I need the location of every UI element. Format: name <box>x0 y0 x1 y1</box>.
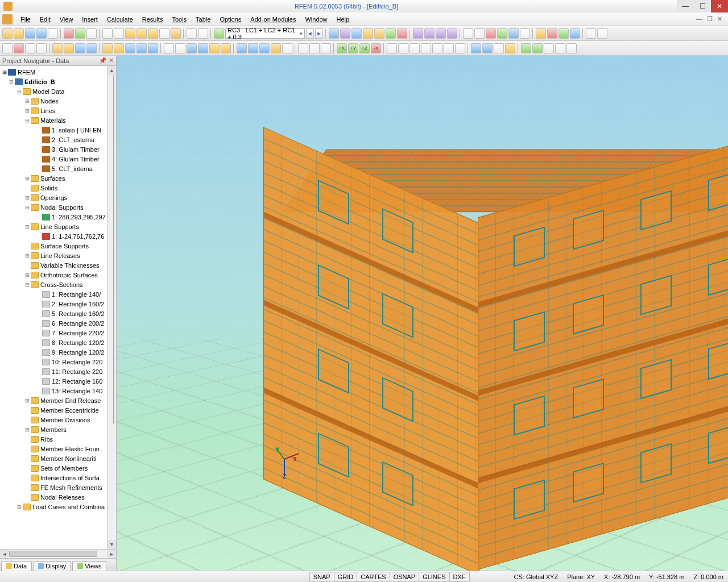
results-button[interactable] <box>329 28 339 39</box>
tree-cross-sections[interactable]: Cross-Sections <box>40 281 83 288</box>
extend-button[interactable] <box>187 43 197 53</box>
tree-cs-13[interactable]: 13: Rectangle 140 <box>52 388 102 394</box>
node-tool-button[interactable] <box>508 28 519 39</box>
tree-mat-2[interactable]: 2: CLT_esterna <box>52 136 94 143</box>
select-button[interactable] <box>2 43 13 53</box>
tree-cs-12[interactable]: 12: Rectangle 160 <box>52 378 102 385</box>
layer4-button[interactable] <box>421 43 431 53</box>
zoom-window-button[interactable] <box>148 28 158 39</box>
wire-button[interactable] <box>374 28 384 39</box>
neg-x-button[interactable]: -X <box>371 43 381 53</box>
tab-data[interactable]: Data <box>1 561 32 571</box>
disp2-button[interactable] <box>444 43 454 53</box>
redo-button[interactable] <box>75 28 85 39</box>
line-tool-button[interactable] <box>463 28 473 39</box>
num-y-button[interactable]: +Y <box>348 43 358 53</box>
fit-button[interactable] <box>298 43 308 53</box>
status-dxf[interactable]: DXF <box>449 572 470 582</box>
tree-model-data[interactable]: Model Data <box>32 88 64 95</box>
node-button[interactable] <box>14 43 24 53</box>
tree-cs-10[interactable]: 10: Rectangle 220 <box>52 359 102 365</box>
tree-var-thick[interactable]: Variable Thicknesses <box>40 262 100 269</box>
axo-button[interactable] <box>351 28 362 39</box>
undo-button[interactable] <box>64 28 74 39</box>
tree-cs-2[interactable]: 2: Rectangle 160/2 <box>52 301 104 307</box>
tree-members[interactable]: Members <box>40 426 67 433</box>
menu-results[interactable]: Results <box>138 14 168 24</box>
dim-tool-button[interactable] <box>520 28 530 39</box>
tree-lines[interactable]: Lines <box>40 107 55 114</box>
tree-mem-nl[interactable]: Member Nonlineariti <box>40 455 96 462</box>
tree-ortho[interactable]: Orthotropic Surfaces <box>40 272 98 278</box>
calc-button[interactable] <box>214 28 224 39</box>
disp1-button[interactable] <box>432 43 442 53</box>
status-snap[interactable]: SNAP <box>309 572 334 582</box>
tree[interactable]: ▣RFEM ⊟Edificio_B ⊟Model Data ⊞Nodes ⊞Li… <box>0 66 107 549</box>
tree-cs-6[interactable]: 6: Rectangle 200/2 <box>52 320 104 327</box>
meas-button[interactable] <box>505 43 515 53</box>
viewx-button[interactable] <box>237 43 247 53</box>
mod3-button[interactable] <box>559 28 569 39</box>
save-all-button[interactable] <box>36 28 47 39</box>
tree-mem-ecc[interactable]: Member Eccentricitie <box>40 407 99 414</box>
surface-button[interactable] <box>64 43 74 53</box>
menu-tools[interactable]: Tools <box>167 14 191 24</box>
prev-view-button[interactable] <box>309 43 320 53</box>
paste-button[interactable] <box>114 28 124 39</box>
tree-nodes[interactable]: Nodes <box>40 98 59 105</box>
tree-sets[interactable]: Sets of Members <box>40 465 88 472</box>
view-iso-button[interactable] <box>271 43 281 53</box>
tree-project[interactable]: Edificio_B <box>24 78 55 85</box>
pattern4-button[interactable] <box>447 28 457 39</box>
find-button[interactable] <box>125 28 135 39</box>
grid-button[interactable] <box>187 28 197 39</box>
menu-table[interactable]: Table <box>191 14 215 24</box>
lc-next-button[interactable]: ► <box>315 28 323 39</box>
maximize-button[interactable]: ☐ <box>694 0 711 13</box>
viewz-button[interactable] <box>259 43 270 53</box>
status-grid[interactable]: GRID <box>334 572 358 582</box>
tree-femesh[interactable]: FE Mesh Refinements <box>40 484 102 491</box>
print-button[interactable] <box>48 28 58 39</box>
save-button[interactable] <box>25 28 35 39</box>
load-case-combo[interactable]: RC3 - LC1 + LC2 + RC1 + 0.3 <box>225 28 305 39</box>
tree-surface-supports[interactable]: Surface Supports <box>40 243 89 250</box>
rotate-obj-button[interactable] <box>125 43 135 53</box>
check1-button[interactable] <box>521 43 531 53</box>
tree-solids[interactable]: Solids <box>40 185 57 192</box>
tree-cs-7[interactable]: 7: Rectangle 220/2 <box>52 330 104 336</box>
mdi-restore-icon[interactable]: ❐ <box>707 15 713 23</box>
render-button[interactable] <box>363 28 373 39</box>
tab-views[interactable]: Views <box>72 561 106 571</box>
solid-button[interactable] <box>386 28 396 39</box>
viewy-button[interactable] <box>248 43 258 53</box>
tree-line-releases[interactable]: Line Releases <box>40 252 80 259</box>
iso-button[interactable] <box>340 28 350 39</box>
tree-root[interactable]: RFEM <box>18 69 35 76</box>
disp3-button[interactable] <box>455 43 465 53</box>
tool-c-button[interactable] <box>566 43 577 53</box>
load-tool-button[interactable] <box>497 28 507 39</box>
help-button[interactable] <box>597 28 607 39</box>
anim-button[interactable] <box>494 43 504 53</box>
open-button[interactable] <box>14 28 24 39</box>
tree-cs-1[interactable]: 1: Rectangle 140/ <box>52 291 101 298</box>
copy-button[interactable] <box>102 28 113 39</box>
table-button[interactable] <box>198 28 208 39</box>
line-button[interactable] <box>25 43 35 53</box>
solid-obj-button[interactable] <box>86 43 97 53</box>
connect-button[interactable] <box>175 43 185 53</box>
menu-help[interactable]: Help <box>332 14 354 24</box>
tree-materials[interactable]: Materials <box>40 117 66 124</box>
cut-button[interactable] <box>86 28 97 39</box>
menu-window[interactable]: Window <box>300 14 332 24</box>
tree-mem-ef[interactable]: Member Elastic Foun <box>40 446 100 452</box>
arc-button[interactable] <box>36 43 47 53</box>
tree-line-supports[interactable]: Line Supports <box>40 223 79 230</box>
status-glines[interactable]: GLINES <box>419 572 449 582</box>
tree-load-cases[interactable]: Load Cases and Combina <box>32 504 105 510</box>
pan-button[interactable] <box>159 28 169 39</box>
mdi-minimize-icon[interactable]: — <box>696 15 702 23</box>
menu-addon[interactable]: Add-on Modules <box>246 14 300 24</box>
mod2-button[interactable] <box>547 28 557 39</box>
